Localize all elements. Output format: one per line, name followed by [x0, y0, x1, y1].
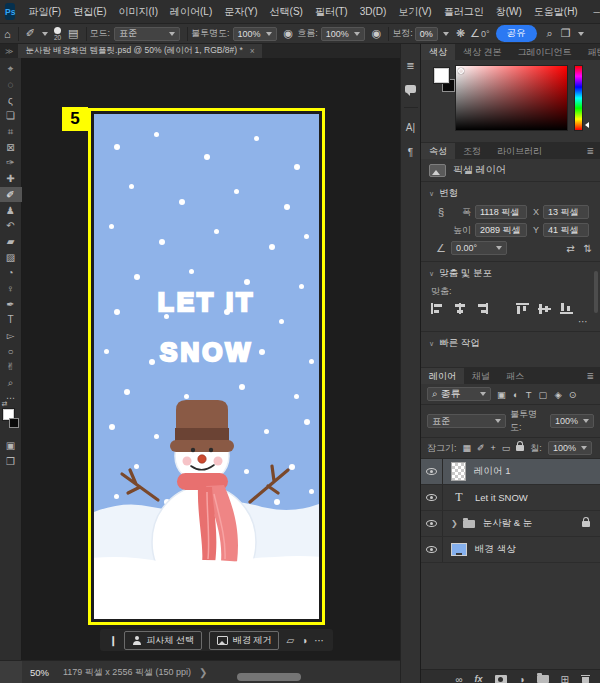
filter-shape-layers-icon[interactable]: ▢: [539, 389, 548, 400]
menu-item-10[interactable]: 창(W): [491, 3, 527, 21]
move-tool[interactable]: ⌖: [0, 61, 22, 77]
scrollbar-thumb[interactable]: [594, 271, 598, 313]
layer-opacity-select[interactable]: 100%: [550, 414, 594, 428]
layer-name[interactable]: 눈사람 & 눈: [483, 517, 533, 530]
comments-panel-icon[interactable]: [405, 85, 416, 93]
fill-select[interactable]: 100%: [548, 441, 592, 455]
menu-item-3[interactable]: 레이어(L): [165, 3, 217, 21]
foreground-color-swatch[interactable]: [434, 68, 449, 83]
search-icon[interactable]: ⌕: [543, 27, 557, 40]
zoom-tool[interactable]: ⌕: [0, 375, 22, 391]
filter-type-layers-icon[interactable]: T: [526, 389, 532, 400]
background-color-swatch[interactable]: [9, 418, 19, 428]
layer-row-group[interactable]: ❯ 눈사람 & 눈: [421, 511, 600, 537]
adjustment-layer-icon[interactable]: ◑: [519, 674, 525, 683]
group-expander-icon[interactable]: ❯: [451, 519, 458, 528]
workspace-icon[interactable]: ❐: [557, 27, 575, 40]
layer-thumbnail[interactable]: [451, 462, 466, 481]
brush-tool[interactable]: ✐: [0, 187, 22, 203]
add-mask-icon[interactable]: [495, 675, 507, 683]
delete-layer-icon[interactable]: [581, 675, 590, 683]
eraser-tool[interactable]: ▰: [0, 234, 22, 250]
tab-properties[interactable]: 속성: [421, 143, 455, 159]
smoothing-value[interactable]: 0%: [415, 27, 438, 41]
color-swatches-widget[interactable]: ⇄: [1, 407, 21, 435]
home-icon[interactable]: ⌂: [0, 28, 15, 40]
marquee-tool[interactable]: ◌: [0, 77, 22, 93]
tab-libraries[interactable]: 라이브러리: [489, 143, 550, 159]
menu-item-1[interactable]: 편집(E): [68, 3, 111, 21]
lock-position-icon[interactable]: +: [491, 443, 496, 453]
menu-item-4[interactable]: 문자(Y): [219, 3, 262, 21]
hue-marker[interactable]: [585, 122, 589, 128]
layer-filter-select[interactable]: ⌕ 종류: [427, 387, 491, 401]
taskbar-grip-handle[interactable]: ❙: [109, 635, 117, 646]
layer-row-background[interactable]: 배경 색상: [421, 537, 600, 563]
screen-mode-icon[interactable]: ❐: [6, 456, 15, 467]
lock-transparency-icon[interactable]: ▦: [463, 443, 472, 453]
visibility-cell[interactable]: [421, 459, 443, 484]
character-panel-icon[interactable]: A|: [406, 122, 415, 133]
height-field[interactable]: 2089 픽셀: [475, 223, 527, 237]
layer-blend-mode-select[interactable]: 표준: [427, 414, 506, 428]
more-options-icon[interactable]: ⋯: [314, 635, 324, 646]
new-layer-icon[interactable]: ⊞: [561, 674, 569, 683]
width-field[interactable]: 1118 픽셀: [475, 205, 527, 219]
layer-name[interactable]: 레이어 1: [474, 465, 510, 478]
hue-slider[interactable]: [574, 65, 583, 131]
tab-swatches[interactable]: 색상 견본: [455, 44, 510, 60]
link-dimensions-icon[interactable]: §: [435, 206, 447, 218]
tab-gradients[interactable]: 그레이디언트: [510, 44, 580, 60]
zoom-level-value[interactable]: 50%: [30, 667, 49, 678]
path-selection-tool[interactable]: ▻: [0, 328, 22, 344]
flip-horizontal-icon[interactable]: ⇄: [566, 243, 574, 254]
workspace-dropdown-icon[interactable]: [578, 32, 584, 36]
menu-item-7[interactable]: 3D(D): [355, 4, 392, 19]
tab-channels[interactable]: 채널: [464, 368, 498, 384]
menu-item-0[interactable]: 파일(F): [23, 3, 66, 21]
smoothing-dropdown-icon[interactable]: [443, 32, 449, 36]
eye-icon[interactable]: [426, 468, 437, 475]
brush-settings-panel-icon[interactable]: ≣: [406, 60, 414, 71]
tab-overflow-icon[interactable]: ≫: [0, 47, 18, 56]
layer-row-text[interactable]: T Let it SNOW: [421, 485, 600, 511]
saturation-brightness-field[interactable]: [455, 65, 568, 131]
lock-paint-icon[interactable]: ✐: [477, 443, 485, 453]
history-brush-tool[interactable]: ↶: [0, 218, 22, 234]
tab-layers[interactable]: 레이어: [421, 368, 464, 384]
dodge-tool[interactable]: ♀: [0, 281, 22, 297]
airbrush-icon[interactable]: ◉: [368, 27, 386, 40]
eye-icon[interactable]: [426, 494, 437, 501]
blur-tool[interactable]: ◔: [0, 265, 22, 281]
flip-vertical-icon[interactable]: ⇅: [584, 243, 592, 254]
frame-tool[interactable]: ⊠: [0, 139, 22, 155]
angle-select[interactable]: 0.00°: [451, 241, 507, 255]
tab-close-icon[interactable]: ×: [250, 46, 255, 56]
filter-smart-objects-icon[interactable]: ◈: [555, 389, 562, 400]
layer-effects-icon[interactable]: fx: [475, 674, 483, 683]
transform-section-header[interactable]: ∨ 변형: [421, 182, 600, 203]
filter-toggle-icon[interactable]: ⊙: [569, 389, 577, 400]
brush-preset-picker[interactable]: 20: [51, 27, 64, 41]
menu-item-2[interactable]: 이미지(I): [114, 3, 163, 21]
brush-settings-panel-icon[interactable]: ▤: [64, 27, 82, 40]
align-center-horizontal-icon[interactable]: [453, 303, 466, 314]
swap-colors-icon[interactable]: ⇄: [2, 400, 8, 408]
lasso-tool[interactable]: ς: [0, 92, 22, 108]
x-field[interactable]: 13 픽셀: [543, 205, 589, 219]
share-button[interactable]: 공유: [496, 25, 537, 42]
layer-name[interactable]: Let it SNOW: [475, 492, 528, 503]
menu-item-9[interactable]: 플러그인: [439, 3, 489, 21]
panel-menu-icon[interactable]: ≣: [586, 146, 594, 156]
minimize-button[interactable]: ─: [583, 0, 600, 24]
align-right-icon[interactable]: [475, 303, 488, 314]
text-layer-icon[interactable]: T: [451, 490, 467, 505]
eye-icon[interactable]: [426, 520, 437, 527]
new-group-icon[interactable]: [537, 675, 549, 683]
hand-tool[interactable]: ✌: [0, 359, 22, 375]
layer-name[interactable]: 배경 색상: [475, 543, 516, 556]
eye-icon[interactable]: [426, 546, 437, 553]
menu-item-5[interactable]: 선택(S): [265, 3, 308, 21]
brush-dropdown-icon[interactable]: [42, 32, 48, 36]
remove-background-button[interactable]: 배경 제거: [209, 631, 280, 650]
